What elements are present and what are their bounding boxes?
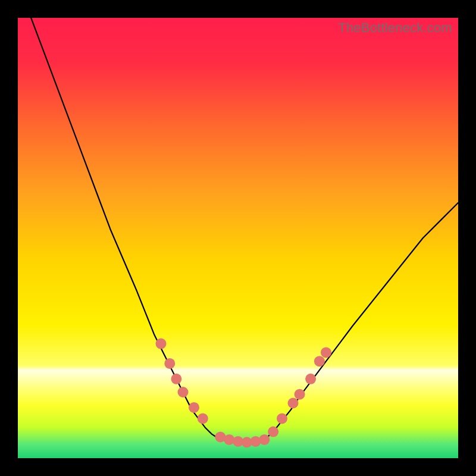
curve-layer — [18, 18, 458, 458]
curve-markers — [156, 339, 332, 448]
marker-point — [224, 434, 234, 445]
marker-point — [171, 374, 181, 384]
plot-area: TheBottleneck.com — [18, 18, 458, 458]
marker-point — [288, 398, 299, 409]
marker-point — [198, 413, 208, 424]
marker-point — [250, 436, 261, 447]
marker-point — [277, 413, 287, 424]
marker-point — [164, 358, 175, 369]
marker-point — [259, 434, 270, 445]
marker-point — [321, 347, 331, 358]
marker-point — [178, 387, 189, 397]
chart-frame: TheBottleneck.com — [0, 0, 476, 476]
marker-point — [305, 374, 316, 384]
marker-point — [156, 339, 167, 349]
marker-point — [295, 389, 305, 400]
series-left-curve — [31, 18, 225, 440]
marker-point — [268, 427, 278, 437]
marker-point — [314, 356, 325, 367]
marker-point — [189, 402, 199, 413]
bottleneck-curve — [31, 18, 458, 443]
